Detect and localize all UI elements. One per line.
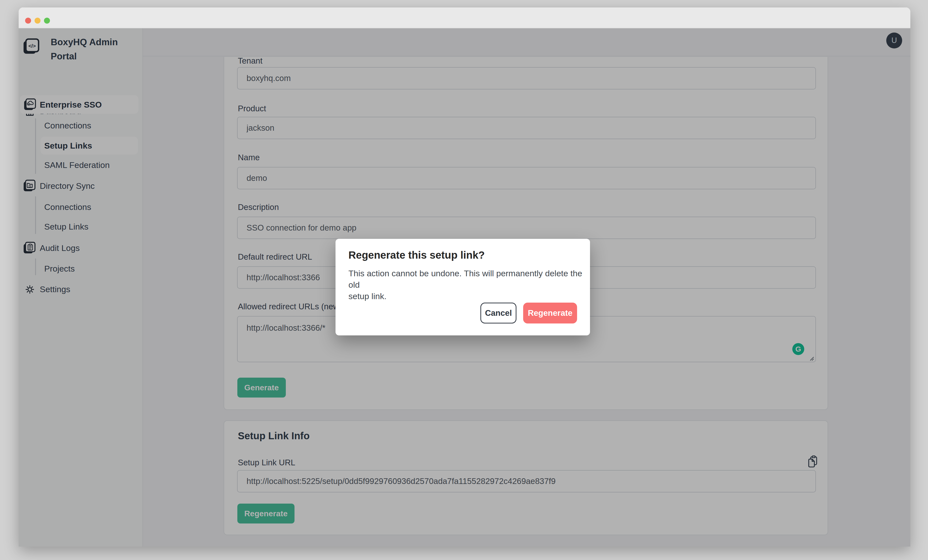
close-window-icon[interactable]: [25, 18, 31, 24]
window-titlebar: [18, 8, 910, 28]
dialog-message: This action cannot be undone. This will …: [348, 268, 590, 302]
zoom-window-icon[interactable]: [44, 18, 50, 24]
app-window: </> BoxyHQ Admin Portal Dashboard: [18, 8, 910, 546]
cancel-button[interactable]: Cancel: [481, 303, 516, 323]
minimize-window-icon[interactable]: [35, 18, 41, 24]
regenerate-confirm-button[interactable]: Regenerate: [523, 303, 577, 323]
dialog-message-line: This action cannot be undone. This will …: [348, 268, 590, 290]
dialog-message-line: setup link.: [348, 290, 590, 302]
regenerate-confirm-dialog: Regenerate this setup link? This action …: [336, 239, 590, 336]
dialog-title: Regenerate this setup link?: [348, 249, 485, 261]
browser-viewport: </> BoxyHQ Admin Portal Dashboard: [18, 28, 910, 546]
